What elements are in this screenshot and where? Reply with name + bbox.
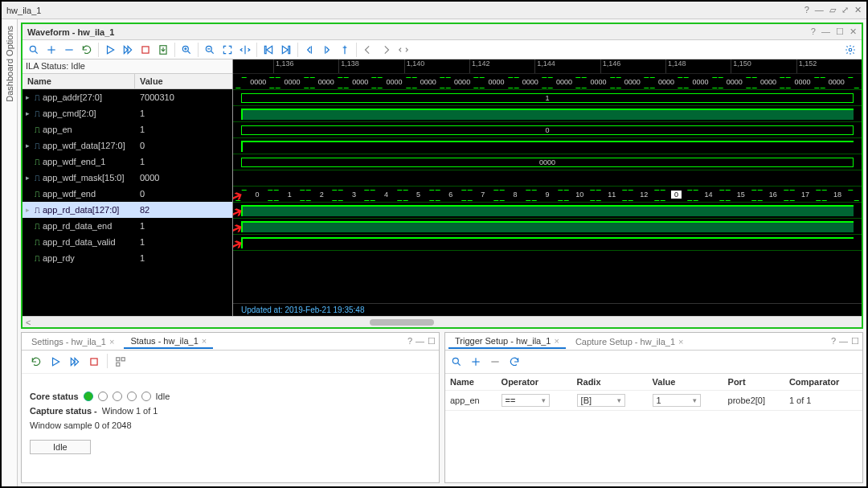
settings-icon[interactable] — [842, 42, 858, 58]
tick: 1,140 — [404, 59, 469, 73]
zoom-out-icon[interactable] — [202, 42, 218, 58]
close-tab-icon[interactable]: × — [202, 336, 207, 346]
signal-row[interactable]: ⎍app_rd_data_valid1 — [23, 234, 232, 250]
signal-row[interactable]: ▸⎍app_addr[27:0]7000310 — [23, 89, 232, 105]
panel-minimize-icon[interactable]: — — [416, 336, 424, 346]
run-icon[interactable] — [102, 42, 118, 58]
next-edge-icon[interactable] — [319, 42, 335, 58]
minimize-icon[interactable]: — — [815, 5, 824, 14]
wechat-icon: ✆ — [719, 458, 737, 476]
svg-marker-20 — [267, 46, 272, 53]
status-led-icon — [98, 392, 108, 401]
run-continuous-icon[interactable] — [67, 354, 83, 370]
trigger-row[interactable]: app_en ==▾ [B]▾ 1▾ probe2[0] 1 of 1 — [445, 391, 862, 411]
waveform-panel: Waveform - hw_ila_1 ? — ☐ ✕ — [21, 23, 863, 329]
status-led-icon — [141, 392, 151, 401]
first-transition-icon[interactable] — [260, 42, 276, 58]
wave-row-app-rd-data: 012345678910111201415161718 — [233, 187, 862, 203]
tick: 1,150 — [731, 59, 796, 73]
capture-window: Window 1 of 1 — [102, 406, 158, 416]
radix-select[interactable]: [B]▾ — [577, 394, 625, 407]
cell-name: app_en — [445, 391, 497, 411]
wave-row-app-en — [233, 106, 862, 122]
panel-maximize-icon[interactable]: ☐ — [836, 27, 844, 36]
close-tab-icon[interactable]: × — [109, 337, 114, 347]
window-titlebar: hw_ila_1 ? — ▱ ⤢ ✕ — [2, 2, 866, 19]
panel-help-icon[interactable]: ? — [831, 336, 836, 346]
idle-button[interactable]: Idle — [30, 440, 91, 454]
th-port: Port — [723, 374, 784, 391]
regenerate-icon[interactable] — [506, 354, 522, 370]
h-scrollbar[interactable]: < — [23, 316, 862, 327]
panel-minimize-icon[interactable]: — — [839, 336, 848, 346]
signal-row[interactable]: ▸⎍app_cmd[2:0]1 — [23, 105, 232, 121]
wave-val-app-cmd: 1 — [241, 93, 854, 103]
tab-settings[interactable]: Settings - hw_ila_1× — [25, 335, 121, 348]
panel-maximize-icon[interactable]: ☐ — [851, 336, 859, 346]
restore-icon[interactable]: ▱ — [829, 5, 836, 14]
prev-edge-icon[interactable] — [301, 42, 317, 58]
next-marker-icon[interactable] — [378, 42, 394, 58]
last-transition-icon[interactable] — [278, 42, 294, 58]
signal-row[interactable]: ⎍app_rdy1 — [23, 250, 232, 266]
refresh-icon[interactable] — [79, 42, 95, 58]
remove-icon[interactable] — [487, 354, 503, 370]
status-led-icon — [127, 392, 137, 401]
chevron-down-icon: ▾ — [617, 396, 621, 404]
search-icon[interactable] — [448, 354, 465, 370]
waveform-canvas[interactable]: 1,1361,1381,1401,1421,1441,1461,1481,150… — [233, 59, 862, 316]
add-icon[interactable] — [468, 354, 484, 370]
status-led-icon — [113, 392, 122, 401]
signal-row[interactable]: ⎍app_en1 — [23, 121, 232, 137]
signal-row[interactable]: ▸⎍app_wdf_mask[15:0]0000 — [23, 170, 232, 186]
help-icon[interactable]: ? — [805, 5, 809, 14]
chevron-down-icon: ▾ — [693, 396, 697, 404]
panel-minimize-icon[interactable]: — — [821, 27, 830, 36]
core-status-label: Core status — [30, 392, 79, 401]
export-icon[interactable] — [155, 42, 171, 58]
dashboard-options-rail[interactable]: Dashboard Options — [2, 19, 18, 486]
panel-maximize-icon[interactable]: ☐ — [428, 336, 436, 346]
layout-icon[interactable] — [113, 354, 129, 370]
panel-close-icon[interactable]: ✕ — [850, 27, 857, 36]
maximize-icon[interactable]: ⤢ — [841, 5, 849, 14]
signal-row[interactable]: ⎍app_wdf_end0 — [23, 186, 232, 202]
search-icon[interactable] — [26, 42, 42, 58]
close-tab-icon[interactable]: × — [554, 336, 559, 346]
signal-header: Name Value — [23, 74, 232, 89]
add-marker-icon[interactable] — [337, 42, 353, 58]
signal-row[interactable]: ▸⎍app_wdf_data[127:0]0 — [23, 137, 232, 154]
stop-icon[interactable] — [137, 42, 154, 58]
run-continuous-icon[interactable] — [120, 42, 136, 58]
zoom-fit-icon[interactable] — [219, 42, 235, 58]
add-icon[interactable] — [43, 42, 59, 58]
panel-help-icon[interactable]: ? — [811, 27, 816, 36]
stop-icon[interactable] — [86, 354, 102, 370]
tick: 1,144 — [534, 59, 600, 73]
panel-help-icon[interactable]: ? — [407, 336, 412, 346]
svg-point-27 — [849, 48, 852, 51]
goto-cursor-icon[interactable] — [237, 42, 253, 58]
refresh-icon[interactable] — [28, 354, 44, 370]
cell-port: probe2[0] — [723, 391, 784, 411]
svg-marker-29 — [71, 358, 75, 365]
tab-trigger-setup[interactable]: Trigger Setup - hw_ila_1× — [448, 334, 566, 349]
close-tab-icon[interactable]: × — [678, 337, 683, 347]
prev-marker-icon[interactable] — [360, 42, 376, 58]
tab-status[interactable]: Status - hw_ila_1× — [124, 334, 213, 349]
remove-icon[interactable] — [61, 42, 77, 58]
signal-row[interactable]: ⎍app_wdf_end_11 — [23, 154, 232, 170]
zoom-in-icon[interactable] — [178, 42, 194, 58]
svg-rect-34 — [117, 363, 120, 366]
operator-select[interactable]: ==▾ — [502, 394, 550, 407]
signal-row[interactable]: ⎍app_rd_data_end1 — [23, 218, 232, 234]
run-icon[interactable] — [47, 354, 63, 370]
signal-row[interactable]: ▸⎍app_rd_data[127:0]82 — [23, 202, 232, 218]
svg-line-17 — [211, 51, 214, 53]
swap-markers-icon[interactable] — [395, 42, 411, 58]
close-icon[interactable]: ✕ — [854, 5, 862, 14]
tab-capture-setup[interactable]: Capture Setup - hw_ila_1× — [569, 335, 690, 348]
value-select[interactable]: 1▾ — [653, 394, 701, 407]
wave-row-app-rdy — [233, 235, 862, 251]
cell-comp: 1 of 1 — [784, 391, 862, 411]
